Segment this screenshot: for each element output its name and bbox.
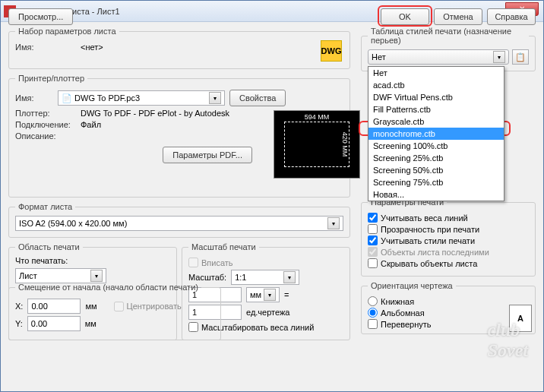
offset-x-unit: мм bbox=[85, 302, 96, 311]
pageset-legend: Набор параметров листа bbox=[15, 27, 119, 36]
paper-size-group: Формат листа ISO A2 (594.00 x 420.00 мм)… bbox=[8, 202, 350, 238]
connection-label: Подключение: bbox=[15, 120, 76, 129]
chevron-down-icon: ▾ bbox=[209, 92, 221, 104]
offset-y-label: Y: bbox=[15, 319, 23, 328]
dropdown-item[interactable]: Screening 50%.ctb bbox=[368, 164, 504, 176]
transparency-checkbox[interactable] bbox=[368, 224, 378, 234]
ok-button[interactable]: OK bbox=[381, 8, 429, 25]
landscape-radio[interactable] bbox=[368, 308, 378, 318]
dropdown-item[interactable]: Screening 75%.ctb bbox=[368, 176, 504, 188]
what-to-plot-select[interactable]: Лист▾ bbox=[15, 268, 106, 283]
help-button[interactable]: Справка bbox=[487, 8, 536, 25]
dropdown-item[interactable]: Screening 100%.ctb bbox=[368, 140, 504, 152]
dropdown-item[interactable]: Нет bbox=[368, 67, 504, 79]
orientation-icon: A bbox=[509, 305, 532, 332]
chevron-down-icon: ▾ bbox=[264, 289, 276, 301]
plot-style-select[interactable]: Нет▾ bbox=[368, 49, 509, 65]
paperspace-last-checkbox bbox=[368, 247, 378, 257]
plot-styles-legend: Таблица стилей печати (назначение перьев… bbox=[368, 27, 529, 45]
preview-height: 420 MM bbox=[342, 132, 349, 157]
pdf-params-button[interactable]: Параметры PDF... bbox=[163, 147, 252, 163]
printer-properties-button[interactable]: Свойства bbox=[229, 90, 286, 106]
paperspace-last-label: Объекты листа последними bbox=[381, 248, 489, 257]
dropdown-item-selected[interactable]: monochrome.ctb bbox=[368, 128, 504, 140]
dialog-window: Параметры листа - Лист1 ✕ Набор параметр… bbox=[0, 0, 544, 392]
portrait-radio[interactable] bbox=[368, 296, 378, 306]
transparency-label: Прозрачность при печати bbox=[381, 225, 479, 234]
dropdown-item[interactable]: Новая... bbox=[368, 188, 504, 201]
pageset-name-value: <нет> bbox=[81, 43, 103, 52]
scale-legend: Масштаб печати bbox=[188, 242, 259, 251]
pageset-name-label: Имя: bbox=[15, 43, 76, 52]
chevron-down-icon: ▾ bbox=[493, 51, 505, 63]
fit-to-paper-label: Вписать bbox=[201, 258, 233, 267]
pageset-group: Набор параметров листа Имя: <нет> DWG bbox=[8, 27, 350, 69]
reverse-checkbox[interactable] bbox=[368, 319, 378, 329]
scale-unit2-label: ед.чертежа bbox=[246, 308, 289, 317]
preview-width: 594 MM bbox=[305, 113, 330, 121]
offset-group: Смещение от начала (начало области печат… bbox=[8, 283, 221, 340]
paper-size-legend: Формат листа bbox=[15, 202, 75, 211]
lineweights-label: Учитывать веса линий bbox=[381, 213, 468, 223]
plot-styles-group: Таблица стилей печати (назначение перьев… bbox=[361, 27, 536, 71]
equals-label: = bbox=[284, 290, 289, 299]
scale-label: Масштаб: bbox=[188, 273, 226, 282]
reverse-label: Перевернуть bbox=[381, 320, 432, 329]
offset-legend: Смещение от начала (начало области печат… bbox=[15, 283, 201, 292]
plot-style-edit-button[interactable]: 📋 bbox=[512, 49, 529, 65]
chevron-down-icon: ▾ bbox=[327, 217, 340, 229]
printer-name-select[interactable]: 📄 DWG To PDF.pc3▾ bbox=[58, 90, 225, 106]
scale-select[interactable]: 1:1▾ bbox=[231, 270, 299, 285]
offset-x-label: X: bbox=[15, 302, 23, 311]
portrait-label: Книжная bbox=[381, 297, 414, 306]
plot-styles-checkbox[interactable] bbox=[368, 236, 378, 245]
fit-to-paper-checkbox bbox=[188, 258, 198, 267]
center-checkbox bbox=[114, 302, 124, 311]
plotter-label: Плоттер: bbox=[15, 109, 76, 118]
cancel-button[interactable]: Отмена bbox=[434, 8, 482, 25]
connection-value: Файл bbox=[81, 120, 101, 129]
center-label: Центрировать bbox=[127, 302, 182, 311]
chevron-down-icon: ▾ bbox=[90, 270, 103, 282]
dropdown-item[interactable]: Screening 25%.ctb bbox=[368, 152, 504, 164]
chevron-down-icon: ▾ bbox=[283, 271, 296, 283]
orientation-group: Ориентация чертежа Книжная Альбомная Пер… bbox=[361, 281, 536, 334]
printer-legend: Принтер/плоттер bbox=[15, 74, 87, 83]
plot-options-group: Параметры печати Учитывать веса линий Пр… bbox=[361, 198, 536, 277]
paper-size-select[interactable]: ISO A2 (594.00 x 420.00 мм)▾ bbox=[15, 216, 343, 231]
dropdown-item[interactable]: Fill Patterns.ctb bbox=[368, 103, 504, 115]
orientation-legend: Ориентация чертежа bbox=[368, 281, 456, 290]
preview-button[interactable]: Просмотр... bbox=[8, 8, 73, 25]
lineweights-checkbox[interactable] bbox=[368, 213, 378, 223]
offset-y-unit: мм bbox=[85, 319, 96, 328]
paper-preview: 594 MM 420 MM bbox=[274, 110, 360, 179]
printer-name-label: Имя: bbox=[15, 93, 53, 103]
scale-unit1-select[interactable]: мм▾ bbox=[246, 287, 280, 302]
plot-style-dropdown: Нет acad.ctb DWF Virtual Pens.ctb Fill P… bbox=[368, 66, 504, 201]
dropdown-item[interactable]: Grayscale.ctb bbox=[368, 115, 504, 128]
what-to-plot-label: Что печатать: bbox=[15, 256, 170, 265]
hide-paperspace-checkbox[interactable] bbox=[368, 258, 378, 268]
plot-styles-label: Учитывать стили печати bbox=[381, 236, 475, 245]
landscape-label: Альбомная bbox=[381, 308, 425, 318]
description-label: Описание: bbox=[15, 131, 76, 141]
dropdown-item[interactable]: acad.ctb bbox=[368, 79, 504, 91]
plot-area-legend: Область печати bbox=[15, 242, 83, 251]
printer-group: Принтер/плоттер Имя: 📄 DWG To PDF.pc3▾ С… bbox=[8, 74, 350, 198]
plotter-value: DWG To PDF - PDF ePlot - by Autodesk bbox=[81, 109, 229, 118]
dwg-icon: DWG bbox=[321, 40, 342, 62]
hide-paperspace-label: Скрывать объекты листа bbox=[381, 259, 477, 268]
dropdown-item[interactable]: DWF Virtual Pens.ctb bbox=[368, 91, 504, 103]
offset-x-input[interactable]: 0.00 bbox=[27, 299, 81, 314]
offset-y-input[interactable]: 0.00 bbox=[27, 316, 81, 331]
